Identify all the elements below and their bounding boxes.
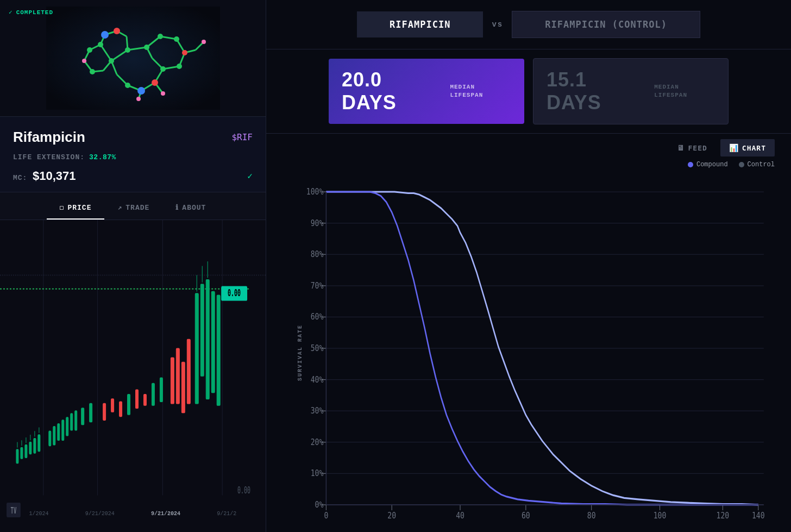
svg-rect-68	[75, 411, 77, 430]
svg-rect-94	[176, 348, 179, 403]
svg-point-46	[161, 91, 165, 96]
svg-rect-60	[34, 439, 36, 453]
svg-rect-87	[206, 280, 209, 399]
svg-rect-88	[211, 292, 215, 393]
control-legend-item: Control	[739, 161, 775, 168]
comparison-header: RIFAMPICIN vs RIFAMPICIN (CONTROL)	[266, 0, 791, 49]
svg-rect-62	[49, 431, 51, 446]
svg-point-35	[144, 45, 149, 50]
control-button[interactable]: RIFAMPICIN (CONTROL)	[512, 11, 700, 38]
svg-point-42	[90, 69, 95, 74]
svg-point-47	[136, 97, 141, 101]
vs-label: vs	[492, 20, 503, 29]
svg-rect-102	[299, 178, 775, 532]
chart-label: CHART	[742, 144, 766, 152]
svg-rect-84	[160, 378, 162, 402]
date-1: 1/2024	[29, 511, 49, 517]
svg-rect-59	[29, 442, 32, 454]
svg-rect-83	[152, 384, 154, 406]
control-legend-label: Control	[748, 161, 775, 168]
svg-point-48	[82, 59, 86, 63]
control-lifespan-label: MEDIAN LIFESPAN	[654, 83, 715, 100]
svg-text:0.00: 0.00	[237, 485, 250, 495]
svg-rect-78	[135, 390, 138, 408]
svg-rect-49	[0, 220, 266, 532]
svg-rect-0	[46, 7, 220, 110]
svg-point-33	[137, 87, 145, 95]
feed-label: FEED	[688, 144, 707, 152]
svg-rect-96	[187, 339, 190, 403]
svg-rect-76	[111, 399, 114, 412]
svg-rect-77	[120, 402, 122, 416]
date-3: 9/21/2024	[151, 511, 180, 517]
svg-rect-66	[66, 417, 68, 436]
svg-point-29	[114, 28, 120, 34]
svg-text:30%: 30%	[311, 405, 324, 416]
tab-trade-label: TRADE	[125, 204, 149, 212]
svg-rect-57	[21, 448, 23, 459]
svg-point-37	[174, 36, 179, 42]
compound-lifespan-days: 20.0 DAYS	[342, 68, 441, 114]
svg-text:40: 40	[456, 510, 464, 521]
svg-text:0: 0	[324, 510, 328, 521]
mc-content: MC: $10,371	[13, 169, 76, 183]
svg-point-40	[98, 42, 103, 47]
svg-rect-89	[217, 295, 220, 405]
completed-badge: COMPLETED	[9, 9, 53, 16]
date-4: 9/21/2	[217, 511, 236, 517]
compound-legend-dot	[688, 162, 693, 167]
date-2: 9/21/2024	[85, 511, 115, 517]
tab-price[interactable]: ◻ PRICE	[47, 199, 105, 220]
control-lifespan-card: 15.1 DAYS MEDIAN LIFESPAN	[533, 58, 729, 124]
control-legend-dot	[739, 162, 744, 167]
tab-about[interactable]: ℹ ABOUT	[162, 199, 219, 220]
price-chart-svg: 0.00 0.00 TV	[0, 220, 266, 532]
left-panel: COMPLETED	[0, 0, 266, 532]
svg-text:80%: 80%	[311, 249, 324, 259]
feed-button[interactable]: 🖥 FEED	[668, 139, 716, 157]
svg-text:120: 120	[717, 510, 730, 521]
svg-point-30	[152, 79, 158, 86]
svg-text:90%: 90%	[311, 217, 324, 228]
mc-check-icon: ✓	[247, 171, 253, 181]
y-axis-label: SURVIVAL RATE	[297, 324, 303, 380]
completed-text: COMPLETED	[16, 9, 53, 16]
chart-dates: 1/2024 9/21/2024 9/21/2024 9/21/2	[0, 511, 266, 517]
svg-rect-63	[53, 427, 55, 445]
svg-rect-79	[143, 395, 146, 405]
svg-point-31	[182, 50, 187, 55]
svg-rect-58	[25, 445, 27, 458]
drug-header: Rifampicin $RIF	[13, 129, 253, 146]
chart-controls: 🖥 FEED 📊 CHART	[266, 134, 791, 160]
tab-trade[interactable]: ↗ TRADE	[104, 199, 162, 220]
svg-rect-56	[16, 449, 18, 463]
svg-text:20%: 20%	[311, 436, 324, 447]
life-extension-label: LIFE EXTENSION:	[13, 153, 85, 161]
compound-button[interactable]: RIFAMPICIN	[357, 11, 483, 37]
svg-text:60: 60	[522, 510, 530, 521]
svg-text:40%: 40%	[311, 374, 324, 384]
svg-text:10%: 10%	[311, 468, 324, 478]
price-tab-icon: ◻	[60, 203, 65, 212]
lifespan-row: 20.0 DAYS MEDIAN LIFESPAN 15.1 DAYS MEDI…	[266, 49, 791, 134]
right-panel: RIFAMPICIN vs RIFAMPICIN (CONTROL) 20.0 …	[266, 0, 791, 532]
svg-text:50%: 50%	[311, 343, 324, 353]
svg-point-36	[158, 34, 163, 39]
price-chart-area: 0.00 0.00 TV 1/2024 9/21/2024 9/21/2024 …	[0, 220, 266, 532]
svg-point-32	[101, 31, 109, 39]
tab-bar: ◻ PRICE ↗ TRADE ℹ ABOUT	[0, 192, 266, 220]
chart-button[interactable]: 📊 CHART	[720, 139, 775, 157]
svg-rect-82	[128, 395, 130, 415]
life-extension-row: LIFE EXTENSION: 32.87%	[13, 153, 253, 161]
trade-tab-icon: ↗	[117, 203, 122, 212]
survival-chart-svg: 100% 90% 80% 70% 60% 50% 40% 30% 20% 10%…	[299, 178, 775, 532]
svg-rect-80	[81, 408, 84, 424]
molecule-image	[46, 7, 220, 110]
svg-rect-65	[62, 420, 64, 440]
compound-lifespan-label: MEDIAN LIFESPAN	[450, 83, 511, 100]
svg-rect-75	[103, 404, 106, 420]
tab-price-label: PRICE	[67, 204, 91, 212]
svg-point-43	[125, 83, 130, 88]
svg-text:70%: 70%	[311, 280, 324, 290]
svg-rect-93	[171, 358, 174, 403]
